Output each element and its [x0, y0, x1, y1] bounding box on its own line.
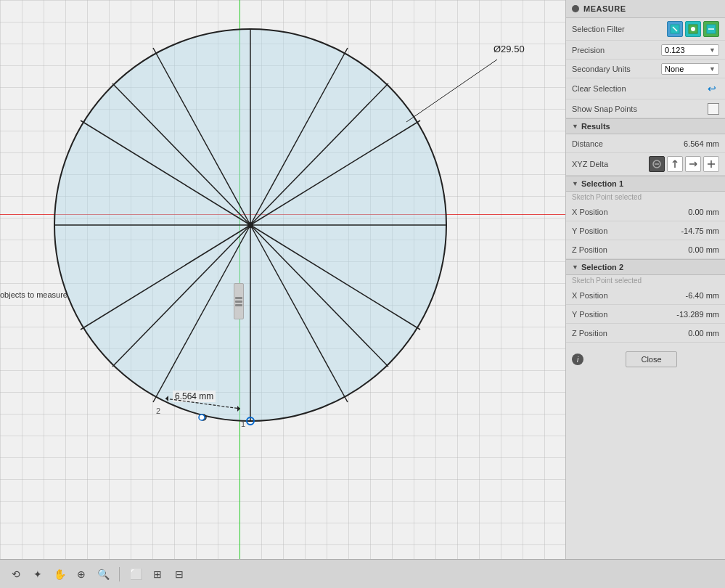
- precision-arrow: ▼: [709, 46, 716, 54]
- toolbar-orbit-icon[interactable]: ⊕: [73, 565, 90, 583]
- selection2-sub-label: Sketch Point selected: [566, 275, 725, 286]
- panel-title: MEASURE: [583, 4, 626, 13]
- toolbar-grid-icon[interactable]: ⊞: [149, 565, 166, 583]
- svg-point-28: [691, 27, 695, 31]
- show-snap-points-label: Show Snap Points: [572, 105, 708, 113]
- diameter-annotation: Ø29.50: [493, 44, 525, 54]
- clear-selection-label: Clear Selection: [572, 84, 705, 93]
- sel2-y-value: -13.289 mm: [676, 310, 719, 319]
- circle-container: [44, 18, 457, 432]
- xyz-delta-icon-3[interactable]: [685, 156, 701, 172]
- clear-selection-button[interactable]: ↩: [705, 81, 719, 96]
- secondary-units-arrow: ▼: [709, 65, 716, 73]
- info-icon[interactable]: i: [572, 354, 583, 365]
- toolbar-zoom-icon[interactable]: 🔍: [94, 565, 112, 583]
- selection1-section-header: ▼ Selection 1: [566, 176, 725, 192]
- close-button[interactable]: Close: [626, 351, 676, 367]
- precision-row: Precision 0.123 ▼: [566, 41, 725, 60]
- selection1-collapse-icon[interactable]: ▼: [572, 180, 578, 187]
- selection2-section-label: Selection 2: [581, 263, 623, 271]
- sel1-z-value: 0.00 mm: [688, 245, 719, 254]
- precision-label: Precision: [572, 46, 661, 54]
- sel1-x-label: X Position: [572, 208, 688, 216]
- xyz-delta-label: XYZ Delta: [572, 160, 649, 168]
- point2-label: 2: [156, 407, 160, 415]
- canvas-distance-label: 6.564 mm: [173, 391, 216, 402]
- sel1-y-label: Y Position: [572, 226, 681, 235]
- selection2-collapse-icon[interactable]: ▼: [572, 264, 578, 271]
- distance-value: 6.564 mm: [684, 139, 719, 148]
- xyz-delta-icon-2[interactable]: [667, 156, 683, 172]
- sel2-x-label: X Position: [572, 291, 686, 300]
- sel1-z-row: Z Position 0.00 mm: [566, 240, 725, 259]
- xyz-delta-icon-4[interactable]: [703, 156, 719, 172]
- scroll-bar-2: [235, 301, 242, 303]
- toolbar-cursor-icon[interactable]: ✦: [29, 565, 46, 583]
- circle-svg: [44, 18, 457, 432]
- sel2-z-row: Z Position 0.00 mm: [566, 324, 725, 343]
- secondary-units-value: None: [665, 65, 684, 73]
- secondary-units-row: Secondary Units None ▼: [566, 60, 725, 78]
- sel2-z-label: Z Position: [572, 329, 688, 338]
- distance-label: Distance: [572, 139, 684, 148]
- xyz-delta-icon-1[interactable]: [649, 156, 665, 172]
- filter-icon-2[interactable]: [685, 21, 701, 37]
- selection-filter-label: Selection Filter: [572, 25, 667, 33]
- filter-icon-1[interactable]: [667, 21, 683, 37]
- svg-point-20: [199, 415, 205, 420]
- sel1-y-row: Y Position -14.75 mm: [566, 221, 725, 240]
- xyz-delta-icons: [649, 156, 719, 172]
- scroll-bar-1: [235, 297, 242, 299]
- sel1-x-value: 0.00 mm: [688, 208, 719, 216]
- sel1-z-label: Z Position: [572, 245, 688, 254]
- sel2-x-row: X Position -6.40 mm: [566, 286, 725, 305]
- distance-row: Distance 6.564 mm: [566, 134, 725, 153]
- selection-filter-icons: [667, 21, 719, 37]
- diameter-value: Ø29.50: [493, 44, 525, 54]
- filter-icon-3[interactable]: [703, 21, 719, 37]
- secondary-units-label: Secondary Units: [572, 65, 661, 73]
- precision-value: 0.123: [665, 46, 685, 54]
- sel2-y-label: Y Position: [572, 310, 676, 319]
- show-snap-points-checkbox[interactable]: [708, 103, 719, 115]
- canvas-area: Ø29.50 6.564 mm 2 1 objects to measure.: [0, 0, 565, 559]
- bottom-toolbar: ⟲ ✦ ✋ ⊕ 🔍 ⬜ ⊞ ⊟: [0, 559, 725, 588]
- objects-label: objects to measure.: [0, 290, 70, 299]
- selection-filter-row: Selection Filter: [566, 18, 725, 41]
- selection1-sub-label: Sketch Point selected: [566, 192, 725, 203]
- right-panel: MEASURE Selection Filter Precision 0.123: [565, 0, 725, 559]
- toolbar-pan-icon[interactable]: ✋: [51, 565, 68, 583]
- toolbar-window-icon[interactable]: ⬜: [127, 565, 144, 583]
- main-area: Ø29.50 6.564 mm 2 1 objects to measure.: [0, 0, 725, 559]
- sel2-z-value: 0.00 mm: [688, 329, 719, 338]
- svg-point-17: [247, 222, 253, 228]
- scroll-bar-3: [235, 304, 242, 306]
- toolbar-separator-1: [119, 567, 120, 581]
- panel-bottom-row: i Close: [566, 343, 725, 376]
- scroll-indicator[interactable]: [234, 283, 244, 319]
- show-snap-points-row: Show Snap Points: [566, 99, 725, 118]
- selection2-section-header: ▼ Selection 2: [566, 259, 725, 275]
- sel1-y-value: -14.75 mm: [681, 226, 719, 235]
- results-section-label: Results: [581, 122, 610, 131]
- selection1-section-label: Selection 1: [581, 179, 623, 188]
- panel-header-dot: [572, 5, 579, 12]
- sel2-x-value: -6.40 mm: [686, 291, 719, 300]
- sel2-y-row: Y Position -13.289 mm: [566, 305, 725, 324]
- toolbar-more-icon[interactable]: ⊟: [171, 565, 188, 583]
- results-section-header: ▼ Results: [566, 118, 725, 134]
- sel1-x-row: X Position 0.00 mm: [566, 203, 725, 221]
- point1-label: 1: [241, 420, 245, 428]
- panel-header: MEASURE: [566, 0, 725, 18]
- xyz-delta-row: XYZ Delta: [566, 153, 725, 176]
- secondary-units-dropdown[interactable]: None ▼: [661, 63, 719, 75]
- toolbar-rotate-icon[interactable]: ⟲: [7, 565, 25, 583]
- clear-selection-row: Clear Selection ↩: [566, 78, 725, 99]
- results-collapse-icon[interactable]: ▼: [572, 123, 578, 130]
- precision-dropdown[interactable]: 0.123 ▼: [661, 44, 719, 56]
